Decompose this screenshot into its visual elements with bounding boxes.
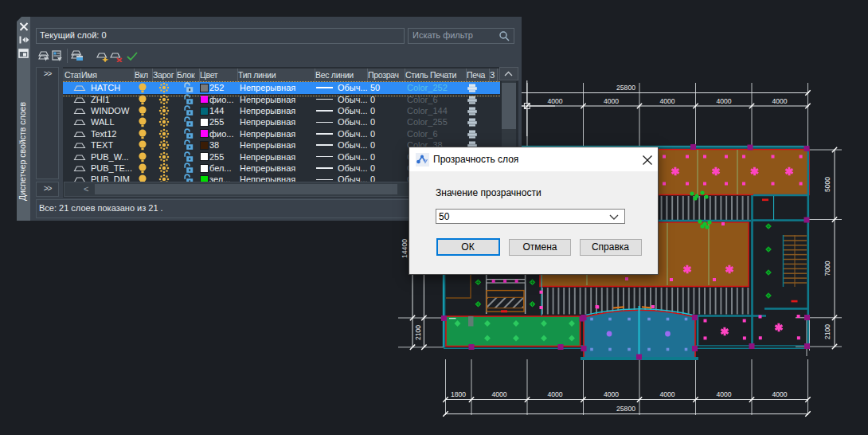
svg-text:4000: 4000 [659, 97, 674, 105]
svg-text:4000: 4000 [772, 390, 787, 398]
svg-text:7000: 7000 [823, 261, 831, 276]
svg-text:4000: 4000 [491, 390, 506, 398]
svg-text:4000: 4000 [547, 390, 562, 398]
svg-text:4000: 4000 [659, 390, 674, 398]
svg-text:25800: 25800 [616, 84, 635, 92]
svg-text:5000: 5000 [823, 177, 831, 192]
svg-text:4000: 4000 [604, 390, 619, 398]
svg-text:2100: 2100 [823, 324, 831, 339]
svg-text:1800: 1800 [451, 390, 466, 398]
svg-text:4000: 4000 [772, 97, 787, 105]
svg-text:4000: 4000 [716, 390, 731, 398]
svg-text:25800: 25800 [616, 405, 635, 413]
svg-text:2100: 2100 [414, 325, 422, 340]
svg-text:4000: 4000 [547, 97, 562, 105]
svg-text:4000: 4000 [716, 97, 731, 105]
svg-text:4000: 4000 [604, 97, 619, 105]
svg-text:14400: 14400 [401, 239, 409, 258]
